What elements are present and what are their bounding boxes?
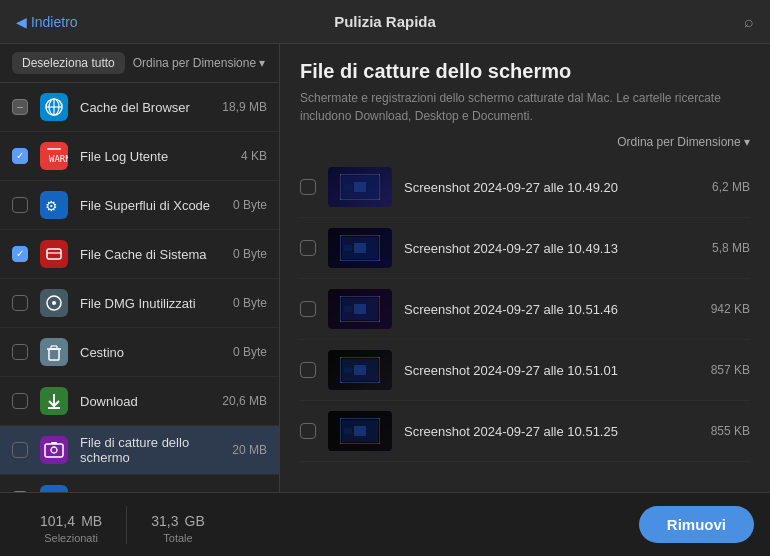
- screenshot-item-2[interactable]: Screenshot 2024-09-27 alle 10.51.46 942 …: [300, 279, 750, 340]
- search-icon: ⌕: [744, 13, 754, 30]
- screenshot-item-3[interactable]: Screenshot 2024-09-27 alle 10.51.01 857 …: [300, 340, 750, 401]
- item-checkbox-screenshots[interactable]: [12, 442, 28, 458]
- svg-rect-16: [40, 338, 68, 366]
- screenshot-checkbox-1[interactable]: [300, 240, 316, 256]
- sidebar-item-mail[interactable]: Allegati di Mail 0 Byte: [0, 475, 279, 492]
- item-name-browser: Cache del Browser: [80, 100, 212, 115]
- screenshot-checkbox-0[interactable]: [300, 179, 316, 195]
- screenshot-thumb-3: [328, 350, 392, 390]
- svg-rect-46: [344, 367, 352, 373]
- selected-label: Selezionati: [40, 532, 102, 544]
- item-name-xcode: File Superflui di Xcode: [80, 198, 223, 213]
- item-size-cache: 0 Byte: [233, 247, 267, 261]
- sidebar-item-log[interactable]: WARN File Log Utente 4 KB: [0, 132, 279, 181]
- screenshot-size-0: 6,2 MB: [712, 180, 750, 194]
- sidebar-sort-button[interactable]: Ordina per Dimensione ▾: [133, 56, 266, 70]
- selected-stat: 101,4 MB Selezionati: [16, 506, 126, 544]
- app-header: ◀ Indietro Pulizia Rapida ⌕: [0, 0, 770, 44]
- item-name-log: File Log Utente: [80, 149, 231, 164]
- screenshot-thumb-1: [328, 228, 392, 268]
- selected-value: 101,4 MB: [40, 506, 102, 532]
- svg-point-15: [52, 301, 56, 305]
- item-info-download: Download: [80, 394, 212, 409]
- item-icon-cache: [38, 238, 70, 270]
- item-size-screenshots: 20 MB: [232, 443, 267, 457]
- svg-rect-33: [354, 182, 366, 192]
- item-info-dmg: File DMG Inutilizzati: [80, 296, 223, 311]
- search-button[interactable]: ⌕: [744, 13, 754, 31]
- screenshot-item-1[interactable]: Screenshot 2024-09-27 alle 10.49.13 5,8 …: [300, 218, 750, 279]
- content-panel: File di catture dello schermo Schermate …: [280, 44, 770, 492]
- item-checkbox-cache[interactable]: [12, 246, 28, 262]
- svg-rect-49: [354, 426, 366, 436]
- item-icon-screenshots: [38, 434, 70, 466]
- screenshot-size-1: 5,8 MB: [712, 241, 750, 255]
- item-icon-trash: [38, 336, 70, 368]
- screenshot-checkbox-3[interactable]: [300, 362, 316, 378]
- item-checkbox-download[interactable]: [12, 393, 28, 409]
- back-button[interactable]: ◀ Indietro: [16, 14, 78, 30]
- screenshot-name-4: Screenshot 2024-09-27 alle 10.51.25: [404, 424, 699, 439]
- item-info-xcode: File Superflui di Xcode: [80, 198, 223, 213]
- screenshot-item-4[interactable]: Screenshot 2024-09-27 alle 10.51.25 855 …: [300, 401, 750, 462]
- item-size-trash: 0 Byte: [233, 345, 267, 359]
- main-layout: Deseleziona tutto Ordina per Dimensione …: [0, 44, 770, 492]
- header-title: Pulizia Rapida: [334, 13, 436, 30]
- svg-rect-38: [344, 245, 352, 251]
- screenshot-name-2: Screenshot 2024-09-27 alle 10.51.46: [404, 302, 699, 317]
- item-checkbox-xcode[interactable]: [12, 197, 28, 213]
- item-size-browser: 18,9 MB: [222, 100, 267, 114]
- item-icon-mail: [38, 483, 70, 492]
- item-checkbox-trash[interactable]: [12, 344, 28, 360]
- svg-rect-45: [354, 365, 366, 375]
- svg-rect-6: [47, 148, 61, 150]
- sidebar: Deseleziona tutto Ordina per Dimensione …: [0, 44, 280, 492]
- screenshot-checkbox-2[interactable]: [300, 301, 316, 317]
- screenshot-checkbox-4[interactable]: [300, 423, 316, 439]
- sidebar-item-browser[interactable]: Cache del Browser 18,9 MB: [0, 83, 279, 132]
- item-icon-dmg: [38, 287, 70, 319]
- item-size-log: 4 KB: [241, 149, 267, 163]
- item-info-log: File Log Utente: [80, 149, 231, 164]
- content-sort-button[interactable]: Ordina per Dimensione ▾: [617, 135, 750, 149]
- svg-text:WARN: WARN: [49, 154, 68, 164]
- item-icon-browser: [38, 91, 70, 123]
- sidebar-item-dmg[interactable]: File DMG Inutilizzati 0 Byte: [0, 279, 279, 328]
- svg-rect-10: [40, 240, 68, 268]
- screenshots-list: Screenshot 2024-09-27 alle 10.49.20 6,2 …: [280, 157, 770, 492]
- item-icon-download: [38, 385, 70, 417]
- svg-rect-34: [344, 184, 352, 190]
- sidebar-item-trash[interactable]: Cestino 0 Byte: [0, 328, 279, 377]
- item-info-screenshots: File di catture dello schermo: [80, 435, 222, 465]
- remove-button[interactable]: Rimuovi: [639, 506, 754, 543]
- footer: 101,4 MB Selezionati 31,3 GB Totale Rimu…: [0, 492, 770, 556]
- svg-rect-28: [51, 442, 57, 444]
- screenshot-item-0[interactable]: Screenshot 2024-09-27 alle 10.49.20 6,2 …: [300, 157, 750, 218]
- item-size-download: 20,6 MB: [222, 394, 267, 408]
- sidebar-item-xcode[interactable]: ⚙ File Superflui di Xcode 0 Byte: [0, 181, 279, 230]
- content-description: Schermate e registrazioni dello schermo …: [300, 89, 750, 125]
- item-icon-xcode: ⚙: [38, 189, 70, 221]
- screenshot-thumb-4: [328, 411, 392, 451]
- total-value: 31,3 GB: [151, 506, 205, 532]
- svg-rect-41: [354, 304, 366, 314]
- item-checkbox-browser[interactable]: [12, 99, 28, 115]
- content-sort-bar: Ordina per Dimensione ▾: [280, 135, 770, 157]
- back-label: ◀ Indietro: [16, 14, 78, 30]
- content-header: File di catture dello schermo Schermate …: [280, 44, 770, 135]
- sidebar-item-download[interactable]: Download 20,6 MB: [0, 377, 279, 426]
- sidebar-list: Cache del Browser 18,9 MB WARN File Log …: [0, 83, 279, 492]
- screenshot-thumb-2: [328, 289, 392, 329]
- total-label: Totale: [151, 532, 205, 544]
- item-checkbox-dmg[interactable]: [12, 295, 28, 311]
- content-title: File di catture dello schermo: [300, 60, 750, 83]
- sidebar-item-cache[interactable]: File Cache di Sistema 0 Byte: [0, 230, 279, 279]
- sidebar-item-screenshots[interactable]: File di catture dello schermo 20 MB: [0, 426, 279, 475]
- item-name-download: Download: [80, 394, 212, 409]
- deselect-all-button[interactable]: Deseleziona tutto: [12, 52, 125, 74]
- svg-rect-25: [40, 436, 68, 464]
- screenshot-size-3: 857 KB: [711, 363, 750, 377]
- item-checkbox-log[interactable]: [12, 148, 28, 164]
- item-info-trash: Cestino: [80, 345, 223, 360]
- svg-text:⚙: ⚙: [45, 198, 58, 214]
